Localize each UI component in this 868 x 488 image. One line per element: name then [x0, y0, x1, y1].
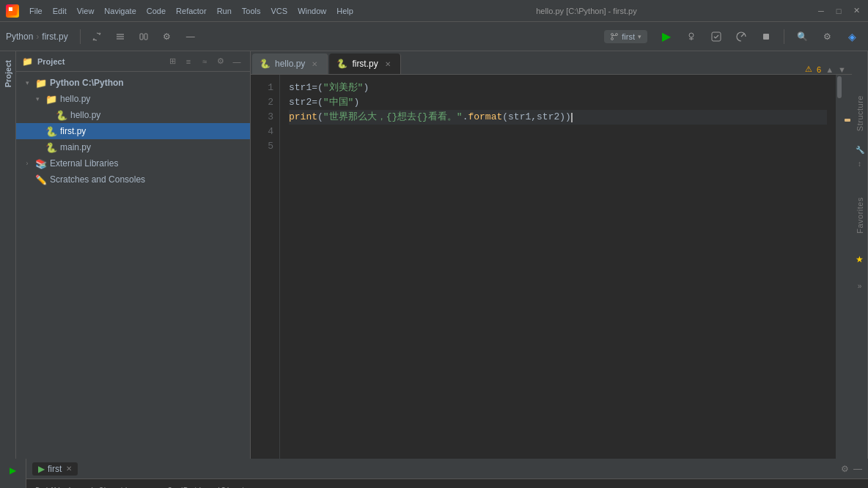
stop-button[interactable] — [756, 26, 776, 47]
line-num-1: 1 — [251, 81, 273, 95]
menu-window[interactable]: Window — [293, 5, 331, 17]
bottom-collapse-icon[interactable]: — — [853, 464, 862, 474]
tab-hello-close[interactable]: ✕ — [309, 59, 320, 69]
breadcrumb-file[interactable]: first.py — [42, 32, 67, 42]
svg-rect-1 — [9, 7, 12, 11]
warning-gutter-mark — [845, 119, 850, 122]
list-icon — [115, 32, 125, 42]
plugins-button[interactable]: ◈ — [842, 26, 862, 47]
run-up-action[interactable]: ↑ — [4, 482, 22, 488]
warning-count: 6 — [817, 65, 821, 74]
toolbar-sync-btn[interactable] — [87, 26, 107, 47]
favorites-expand-icon[interactable]: » — [858, 282, 862, 290]
tab-hello-label: hello.py — [275, 59, 305, 69]
menu-tools[interactable]: Tools — [238, 5, 265, 17]
line-numbers: 1 2 3 4 5 — [251, 75, 280, 459]
debug-icon — [685, 31, 697, 42]
menu-help[interactable]: Help — [332, 5, 358, 17]
find-button[interactable]: 🔍 — [792, 26, 812, 47]
branch-label: first — [622, 32, 635, 41]
tree-label-external-libs: External Libraries — [50, 158, 118, 169]
breadcrumb: Python › first.py — [6, 32, 68, 42]
coverage-button[interactable] — [706, 26, 727, 47]
code-str1-var: str1=( — [289, 81, 323, 95]
toolbar-settings-btn[interactable]: ⚙ — [157, 26, 177, 47]
menu-edit[interactable]: Edit — [48, 5, 71, 17]
code-editor[interactable]: str1=("刘美彤") str2=("中国") print("世界那么大，{}… — [280, 75, 836, 459]
bottom-settings-icon[interactable]: ⚙ — [841, 464, 849, 474]
title-bar-left: File Edit View Navigate Code Refactor Ru… — [6, 4, 358, 18]
menu-view[interactable]: View — [73, 5, 99, 17]
structure-sort-icon[interactable]: ↕ — [858, 160, 861, 168]
line-num-4: 4 — [251, 125, 273, 139]
menu-run[interactable]: Run — [213, 5, 236, 17]
code-print-str: "世界那么大，{}想去{}看看。" — [323, 110, 463, 125]
run-tab-label: first — [48, 464, 62, 474]
code-line-1: str1=("刘美彤") — [289, 81, 827, 95]
branch-selector[interactable]: first ▾ — [604, 30, 647, 43]
maximize-button[interactable]: □ — [833, 5, 845, 17]
run-button[interactable]: ▶ — [656, 26, 677, 47]
menu-navigate[interactable]: Navigate — [100, 5, 140, 17]
debug-button[interactable] — [681, 26, 702, 47]
menu-refactor[interactable]: Refactor — [172, 5, 211, 17]
bottom-main: ▶ first ✕ ⚙ — D:\Miniconda3\python.exe C… — [26, 459, 868, 488]
favorites-star-icon[interactable]: ★ — [856, 254, 864, 265]
toolbar-close-panel-btn[interactable]: — — [180, 26, 201, 47]
run-tab-icon: ▶ — [38, 464, 45, 474]
run-tab[interactable]: ▶ first ✕ — [32, 462, 78, 476]
terminal-command: D:\Miniconda3\python.exe C:/Python/first… — [35, 485, 859, 488]
structure-tool-icon[interactable]: 🔧 — [856, 146, 864, 154]
panel-hide-btn[interactable]: — — [229, 54, 244, 69]
python-icon-tab-hello: 🐍 — [260, 59, 271, 69]
coverage-icon — [710, 31, 722, 42]
bottom-tab-bar: ▶ first ✕ ⚙ — — [26, 459, 868, 479]
editor-container: 🐍 hello.py ✕ 🐍 first.py ✕ ⚠ 6 ▲ ▼ 1 2 — [251, 51, 852, 459]
tree-item-main-py[interactable]: 🐍 main.py — [16, 139, 250, 155]
toolbar-list-btn[interactable] — [110, 26, 130, 47]
chevron-up-icon[interactable]: ▲ — [825, 65, 834, 74]
menu-code[interactable]: Code — [142, 5, 170, 17]
panel-settings-btn[interactable]: ⚙ — [213, 54, 228, 69]
plugins-icon: ◈ — [848, 31, 856, 42]
minimize-button[interactable]: ─ — [815, 5, 827, 17]
panel-show-options-btn[interactable]: ≈ — [197, 54, 212, 69]
menu-vcs[interactable]: VCS — [267, 5, 293, 17]
breadcrumb-python[interactable]: Python — [6, 32, 33, 42]
tree-item-hello-py[interactable]: 🐍 hello.py — [16, 107, 250, 123]
editor-content: 1 2 3 4 5 str1=("刘美彤") str2=("中国") print… — [251, 75, 852, 459]
editor-scrollbar[interactable] — [836, 75, 843, 459]
svg-rect-6 — [144, 34, 147, 40]
tree-item-external-libs[interactable]: › 📚 External Libraries — [16, 155, 250, 171]
chevron-down-icon[interactable]: ▼ — [838, 65, 846, 74]
settings-button[interactable]: ⚙ — [817, 26, 837, 47]
tree-label-hello-folder: hello.py — [60, 94, 90, 104]
panel-collapse-all-btn[interactable]: ≡ — [181, 54, 196, 69]
line-num-5: 5 — [251, 139, 273, 154]
python-icon-first: 🐍 — [45, 126, 57, 137]
tab-hello-py[interactable]: 🐍 hello.py ✕ — [252, 53, 328, 74]
tree-item-hello-folder[interactable]: ▾ 📁 hello.py — [16, 91, 250, 107]
tab-first-close[interactable]: ✕ — [383, 59, 393, 69]
close-button[interactable]: ✕ — [850, 5, 862, 17]
profiler-icon — [735, 31, 747, 42]
tree-item-first-py[interactable]: 🐍 first.py — [16, 123, 250, 139]
structure-sidebar-label[interactable]: Structure — [856, 95, 864, 131]
project-sidebar-label[interactable]: Project — [2, 57, 14, 90]
project-panel-header: 📁 Project ⊞ ≡ ≈ ⚙ — — [16, 51, 250, 72]
run-play-action[interactable]: ▶ — [4, 462, 22, 479]
tab-first-py[interactable]: 🐍 first.py ✕ — [329, 53, 400, 74]
svg-rect-5 — [140, 34, 143, 40]
code-str2-paren: ) — [353, 95, 359, 110]
tree-item-scratches[interactable]: ✏️ Scratches and Consoles — [16, 171, 250, 188]
run-tab-close[interactable]: ✕ — [66, 465, 72, 473]
menu-file[interactable]: File — [25, 5, 47, 17]
toolbar-split-btn[interactable] — [133, 26, 154, 47]
panel-external-link-btn[interactable]: ⊞ — [165, 54, 180, 69]
tree-item-root[interactable]: ▾ 📁 Python C:\Python — [16, 75, 250, 91]
favorites-sidebar-label[interactable]: Favorites — [856, 197, 864, 234]
tree-label-scratches: Scratches and Consoles — [50, 174, 145, 185]
code-line-3: print("世界那么大，{}想去{}看看。".format(str1,str2… — [289, 110, 827, 125]
profiler-button[interactable] — [731, 26, 751, 47]
code-format-args: (str1,str2)) — [502, 110, 571, 125]
